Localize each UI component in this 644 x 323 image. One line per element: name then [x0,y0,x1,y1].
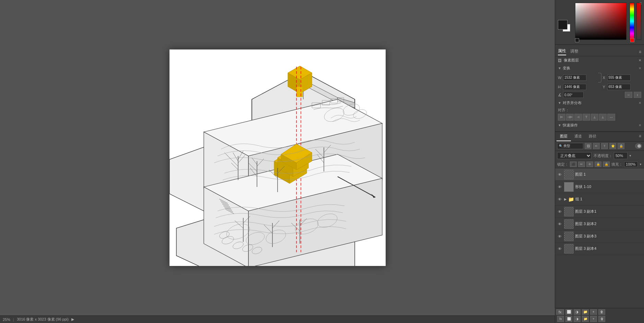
layer-visibility-toggle[interactable]: 👁 [557,209,563,215]
layer-visibility-toggle[interactable]: 👁 [557,171,563,178]
more-options-btn[interactable]: ··· [607,114,615,121]
group-expand-icon[interactable]: ▶ [564,197,567,201]
angle-input[interactable] [563,92,584,98]
layer-type-filter[interactable]: 类型 [563,144,570,148]
layer-type-label: 像素图层 [564,58,579,63]
props-close-btn[interactable]: ✕ [639,58,641,62]
fill-dropdown-icon[interactable]: ▼ [639,163,642,166]
tab-paths[interactable]: 路径 [585,132,600,141]
y-input[interactable] [607,84,631,90]
quick-actions-header[interactable]: ▼ 快速操作 ✕ [555,121,644,129]
align-arrow: ▼ [558,101,561,105]
align-title: 对齐并分布 [563,100,637,105]
layer-thumbnail [564,232,574,241]
fill-input[interactable] [624,162,638,167]
layer-filter-btn2[interactable]: ✏ [593,143,600,149]
layer-item[interactable]: 👁 图层 3 副本3 [555,230,644,243]
align-close[interactable]: ✕ [639,101,641,105]
layer-thumbnail [564,219,574,229]
layer-item[interactable]: 👁 形状 1-10 [555,181,644,193]
add-adjustment-btn[interactable]: ◑ [574,316,581,322]
delete-bottom-btn[interactable]: 🗑 [598,309,605,315]
zoom-level[interactable]: 25% [3,318,10,322]
align-left-edge-btn[interactable]: ⊢ [558,114,565,121]
layers-tabs: 图层 通道 路径 ≡ [555,132,644,142]
layer-filter-btn3[interactable]: T [601,143,608,149]
add-mask-btn[interactable]: ⬜ [565,316,572,322]
lock-transparent-btn[interactable]: ⬛ [570,162,577,167]
w-input[interactable] [563,75,586,81]
blend-mode-select[interactable]: 正片叠底 [557,152,592,159]
layer-visibility-toggle[interactable]: 👁 [557,246,563,252]
new-fill-btn[interactable]: ◑ [574,309,581,315]
layer-group-item[interactable]: 👁 ▶ 📁 组 1 [555,193,644,205]
fx-btn[interactable]: fx [556,309,564,315]
link-icon[interactable] [598,73,601,82]
color-gradient[interactable] [575,3,627,40]
layer-item[interactable]: 👁 图层 3 副本2 [555,218,644,230]
lock-position-btn[interactable]: ✛ [586,162,593,167]
layer-item[interactable]: 👁 图层 3 副本4 [555,243,644,255]
new-layer-bottom-btn[interactable]: + [590,309,597,315]
layer-thumbnail [564,182,574,192]
transform-title: 变换 [563,66,637,71]
layer-name: 图层 3 副本3 [575,234,643,239]
hue-bar[interactable] [630,3,634,40]
canvas[interactable] [169,49,386,266]
align-header[interactable]: ▼ 对齐并分布 ✕ [555,99,644,107]
quick-actions-close[interactable]: ✕ [639,123,641,127]
align-right-edge-btn[interactable]: ⊣ [574,114,582,121]
tab-adjustments[interactable]: 调整 [570,48,578,55]
new-group-bottom-btn[interactable]: 📁 [582,309,589,315]
layer-item[interactable]: 👁 图层 1 [555,168,644,181]
tab-properties[interactable]: 属性 [558,48,566,55]
flip-v-btn[interactable]: ↕ [634,92,641,98]
bottom-color-dot [575,38,579,42]
layers-toolbar: 🔍 类型 🖼 ✏ T ⭐ 🔒 [555,142,644,151]
layer-name: 图层 3 副本4 [575,246,643,251]
opacity-input[interactable] [614,152,628,159]
layer-item[interactable]: 👁 图层 3 副本1 [555,205,644,218]
h-label: H [558,85,562,89]
layer-filter-toggle[interactable] [635,143,642,149]
status-arrow[interactable]: ▶ [71,317,74,322]
layer-visibility-toggle[interactable]: 👁 [557,196,563,202]
align-label: 对齐： [558,108,641,113]
align-top-edge-btn[interactable]: ⊤ [583,114,590,121]
tab-channels[interactable]: 通道 [571,132,585,141]
transform-header[interactable]: ▼ 变换 ✕ [555,64,644,72]
layers-panel-menu[interactable]: ≡ [637,132,643,141]
tab-layers[interactable]: 图层 [557,132,571,141]
align-center-v-btn[interactable]: ⊥ [591,114,598,121]
layer-visibility-toggle[interactable]: 👁 [557,221,563,227]
alpha-bar[interactable] [636,3,641,40]
x-input[interactable] [607,75,631,81]
add-layer-btn[interactable]: + [590,316,597,322]
add-fx-btn[interactable]: fx [557,316,564,322]
layer-visibility-toggle[interactable]: 👁 [557,233,563,240]
architecture-drawing [169,49,386,266]
layer-name: 形状 1-10 [575,184,643,189]
h-input[interactable] [563,84,586,90]
opacity-dropdown-icon[interactable]: ▼ [629,154,632,157]
layer-filter-btn1[interactable]: 🖼 [585,143,592,149]
fx-bottom-bar: fx ⬜ ◑ 📁 + 🗑 [555,308,644,315]
lock-all-btn[interactable]: 🔒 [603,162,610,167]
delete-layer-btn[interactable]: 🗑 [598,316,605,322]
opacity-label: 不透明度： [594,153,612,158]
blend-opacity-row: 正片叠底 不透明度： ▼ [555,151,644,160]
add-group-btn[interactable]: 📁 [582,316,589,322]
align-center-h-btn[interactable]: ⊣⊢ [566,114,574,121]
foreground-swatch[interactable] [558,20,567,30]
lock-image-btn[interactable]: ✏ [578,162,585,167]
layer-visibility-toggle[interactable]: 👁 [557,184,563,190]
layer-filter-btn4[interactable]: ⭐ [609,143,616,149]
flip-h-btn[interactable]: ↔ [625,92,632,98]
quick-actions-title: 快速操作 [563,123,637,128]
align-bottom-edge-btn[interactable]: ⊥ [599,114,607,121]
panel-options-btn[interactable]: ≡ [639,49,641,54]
lock-artboard-btn[interactable]: 🔒 [595,162,601,167]
add-mask-bottom-btn[interactable]: ⬜ [565,309,572,315]
transform-close[interactable]: ✕ [639,66,641,70]
layer-filter-btn5[interactable]: 🔒 [618,143,624,149]
